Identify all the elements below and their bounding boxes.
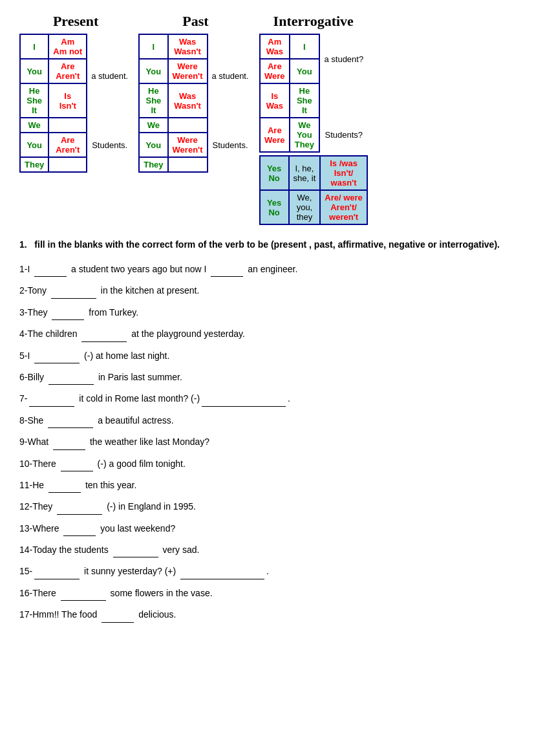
list-item: 7- it cold in Rome last month? (-) .: [19, 391, 515, 406]
subject-cell: They: [20, 157, 48, 172]
blank: [29, 391, 74, 406]
verb-cell: [48, 118, 87, 133]
blank: [61, 586, 106, 601]
table-row: We Students.: [20, 118, 132, 133]
blank: [34, 564, 80, 579]
past-table: I WasWasn't a student. You WereWeren't H…: [138, 34, 252, 173]
table-row: AmWas I a student?: [260, 34, 368, 59]
list-item: 15- it sunny yesterday? (+) .: [19, 564, 515, 579]
blank: [48, 370, 94, 385]
list-item: 10-There (-) a good film tonight.: [19, 457, 515, 471]
verb-cell: [168, 118, 208, 133]
interrogative-title: Interrogative: [259, 13, 368, 30]
blank: [53, 435, 85, 449]
blank: [52, 305, 84, 320]
complement-cell: Students?: [319, 118, 368, 152]
blank: [202, 391, 286, 406]
subject-cell: You: [20, 133, 48, 157]
verb-cell: AreAren't: [48, 59, 87, 83]
interrogative-wrap: AmWas I a student? AreWere You IsWas HeS…: [259, 34, 368, 225]
list-item: 17-Hmm!! The food delicious.: [19, 607, 515, 622]
list-item: 8-She a beautiful actress.: [19, 413, 515, 428]
subject-cell: You: [20, 59, 48, 83]
list-item: 3-They from Turkey.: [19, 305, 515, 320]
subject-cell: We: [20, 118, 48, 133]
present-title: Present: [19, 13, 132, 30]
verb-cell: AreWere: [260, 59, 290, 83]
exercise-section: 1. fill in the blanks with the correct f…: [19, 238, 515, 623]
blank: [48, 413, 93, 428]
verb-cell: WasWasn't: [168, 34, 208, 59]
table-row: AreWere WeYouThey Students?: [260, 118, 368, 152]
verb-cell: [168, 157, 208, 172]
blank: [48, 478, 81, 493]
list-item: 14-Today the students very sad.: [19, 543, 515, 557]
present-section: Present I AmAm not a student. You AreAre…: [19, 13, 132, 225]
past-title: Past: [138, 13, 252, 30]
blank: [101, 607, 134, 622]
exercise-number: 1.: [19, 239, 27, 250]
verb-cell: WasWasn't: [168, 83, 208, 118]
subject-cell: I: [139, 34, 167, 59]
subject-cell: I: [20, 34, 48, 59]
table-row: I AmAm not a student.: [20, 34, 132, 59]
complement-cell: a student.: [87, 34, 132, 118]
blank: [81, 327, 127, 341]
list-item: 2-Tony in the kitchen at present.: [19, 283, 515, 298]
list-item: 6-Billy in Paris last summer.: [19, 370, 515, 385]
page-container: Present I AmAm not a student. You AreAre…: [19, 13, 515, 623]
table-row: IsWas HeSheIt: [260, 83, 368, 118]
interrog-answer-table: YesNo I, he,she, it Is /wasIsn't/wasn't …: [259, 155, 368, 225]
exercise-instruction: 1. fill in the blanks with the correct f…: [19, 238, 515, 252]
subject-cell: They: [139, 157, 167, 172]
verb-cell: [48, 157, 87, 172]
list-item: 16-There some flowers in the vase.: [19, 586, 515, 601]
subject-cell: I: [290, 34, 319, 59]
verb-cell: AreAren't: [48, 133, 87, 157]
interrogative-section: Interrogative AmWas I a student? AreWere…: [259, 13, 368, 225]
present-table: I AmAm not a student. You AreAren't HeSh…: [19, 34, 132, 173]
blank: [63, 521, 96, 536]
exercise-list: 1-I a student two years ago but now I an…: [19, 262, 515, 623]
verb-cell: AreWere: [260, 118, 290, 152]
exercise-text: fill in the blanks with the correct form…: [34, 239, 500, 250]
list-item: 12-They (-) in England in 1995.: [19, 499, 515, 514]
table-row: I WasWasn't a student.: [139, 34, 252, 59]
verb-cell: IsWas: [260, 83, 290, 118]
verb-cell: WereWeren't: [168, 59, 208, 83]
list-item: 5-I (-) at home last night.: [19, 349, 515, 363]
blank: [211, 262, 243, 277]
subject-cell: I, he,she, it: [289, 156, 321, 190]
verb-cell: Is /wasIsn't/wasn't: [320, 156, 367, 190]
subject-cell: You: [139, 133, 167, 157]
list-item: 13-Where you last weekend?: [19, 521, 515, 536]
subject-cell: We: [139, 118, 167, 133]
list-item: 9-What the weather like last Monday?: [19, 435, 515, 449]
table-row: YesNo We,you,they Are/ wereAren't/weren'…: [260, 190, 367, 224]
complement-cell: a student.: [208, 34, 253, 118]
list-item: 11-He ten this year.: [19, 478, 515, 493]
blank: [34, 262, 67, 277]
subject-cell: WeYouThey: [290, 118, 319, 152]
blank: [61, 457, 93, 471]
table-row: YesNo I, he,she, it Is /wasIsn't/wasn't: [260, 156, 367, 190]
verb-cell: Are/ wereAren't/weren't: [320, 190, 367, 224]
list-item: 4-The children at the playground yesterd…: [19, 327, 515, 341]
complement-cell: Students.: [208, 118, 253, 172]
verb-cell: WereWeren't: [168, 133, 208, 157]
list-item: 1-I a student two years ago but now I an…: [19, 262, 515, 277]
subject-cell: HeSheIt: [139, 83, 167, 118]
blank: [34, 349, 80, 363]
blank: [57, 499, 102, 514]
blank: [51, 283, 96, 298]
subject-cell: You: [290, 59, 319, 83]
past-section: Past I WasWasn't a student. You WereWere…: [138, 13, 252, 225]
table-row: We Students.: [139, 118, 252, 133]
subject-cell: HeSheIt: [20, 83, 48, 118]
verb-cell: AmAm not: [48, 34, 87, 59]
complement-cell: [319, 83, 368, 118]
grammar-section: Present I AmAm not a student. You AreAre…: [19, 13, 515, 225]
subject-cell: We,you,they: [289, 190, 321, 224]
subject-cell: HeSheIt: [290, 83, 319, 118]
yn-cell: YesNo: [260, 156, 289, 190]
